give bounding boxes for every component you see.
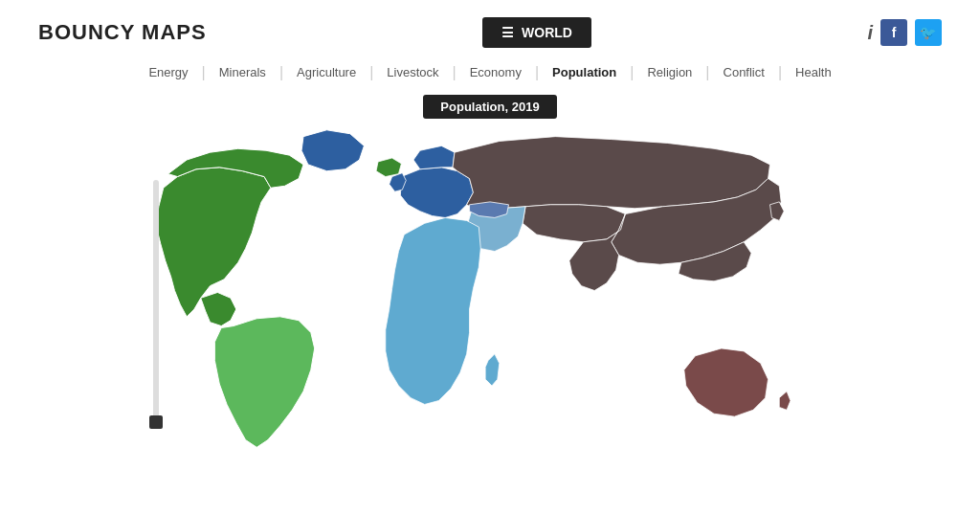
header-icons: i f 🐦 <box>867 19 942 46</box>
nav-item-population[interactable]: Population <box>539 61 630 83</box>
twitter-icon[interactable]: 🐦 <box>915 19 942 46</box>
tooltip-label: Population, 2019 <box>423 95 556 119</box>
nav-item-minerals[interactable]: Minerals <box>206 61 279 83</box>
world-button-label: WORLD <box>522 25 572 40</box>
slider-thumb[interactable] <box>149 415 163 429</box>
header: BOUNCY MAPS ☰ WORLD i f 🐦 <box>0 0 980 57</box>
new-zealand[interactable] <box>779 392 791 411</box>
madagascar[interactable] <box>485 354 500 386</box>
iceland[interactable] <box>376 158 401 177</box>
info-icon[interactable]: i <box>867 22 873 44</box>
nav-item-economy[interactable]: Economy <box>457 61 535 83</box>
central-america[interactable] <box>201 292 236 325</box>
tooltip-bar: Population, 2019 <box>0 89 980 123</box>
japan[interactable] <box>770 202 785 221</box>
world-button[interactable]: ☰ WORLD <box>482 17 591 48</box>
year-slider[interactable] <box>153 180 159 448</box>
south-america[interactable] <box>214 317 314 448</box>
slider-track <box>153 180 159 429</box>
world-map <box>0 123 980 496</box>
nav-item-agriculture[interactable]: Agriculture <box>283 61 369 83</box>
nav-item-conflict[interactable]: Conflict <box>710 61 778 83</box>
central-asia[interactable] <box>523 205 625 242</box>
nav-item-livestock[interactable]: Livestock <box>373 61 452 83</box>
navigation: Energy | Minerals | Agriculture | Livest… <box>0 57 980 89</box>
map-container <box>0 123 980 496</box>
greenland[interactable] <box>301 130 364 171</box>
nav-item-religion[interactable]: Religion <box>634 61 705 83</box>
australia[interactable] <box>684 348 768 416</box>
logo: BOUNCY MAPS <box>38 20 207 45</box>
europe[interactable] <box>400 168 473 218</box>
nav-item-energy[interactable]: Energy <box>135 61 201 83</box>
menu-icon: ☰ <box>501 25 514 40</box>
nav-item-health[interactable]: Health <box>782 61 845 83</box>
scandinavia[interactable] <box>413 146 455 168</box>
africa[interactable] <box>386 217 480 404</box>
facebook-icon[interactable]: f <box>880 19 907 46</box>
